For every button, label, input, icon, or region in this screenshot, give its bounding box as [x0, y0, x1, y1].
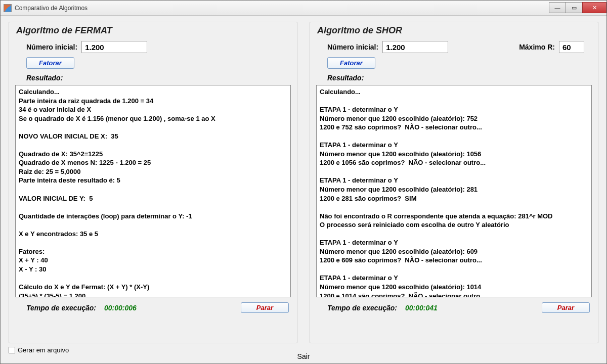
shor-numero-label: Número inicial: [327, 43, 378, 51]
shor-maxr-label: Máximo R: [519, 43, 555, 51]
fermat-panel: Algoritmo de FERMAT Número inicial: Fato… [9, 22, 297, 343]
fermat-numero-label: Número inicial: [26, 43, 77, 51]
maximize-button[interactable]: ▭ [566, 2, 583, 13]
app-icon [4, 4, 12, 12]
fermat-exec-label: Tempo de execução: [26, 304, 96, 312]
fermat-title: Algoritmo de FERMAT [16, 25, 291, 36]
shor-exec-time: 00:00:041 [405, 304, 438, 312]
fermat-parar-button[interactable]: Parar [241, 302, 289, 313]
shor-title: Algoritmo de SHOR [317, 25, 592, 36]
fermat-output[interactable]: Calculando... Parte inteira da raiz quad… [15, 85, 291, 297]
gerar-arquivo-label: Gerar em arquivo [18, 346, 69, 354]
fermat-fatorar-button[interactable]: Fatorar [26, 57, 74, 69]
shor-maxr-input[interactable] [559, 41, 584, 53]
shor-numero-input[interactable] [382, 41, 448, 53]
shor-resultado-label: Resultado: [327, 74, 592, 82]
window-title: Comparativo de Algoritmos [15, 5, 549, 12]
sair-button[interactable]: Sair [297, 352, 310, 360]
shor-panel: Algoritmo de SHOR Número inicial: Máximo… [310, 22, 598, 343]
shor-parar-button[interactable]: Parar [542, 302, 590, 313]
app-window: Comparativo de Algoritmos — ▭ ✕ Algoritm… [0, 0, 607, 364]
window-controls: — ▭ ✕ [549, 3, 606, 13]
minimize-button[interactable]: — [549, 2, 566, 13]
fermat-numero-input[interactable] [81, 41, 147, 53]
shor-output[interactable]: Calculando... ETAPA 1 - determinar o Y N… [316, 85, 592, 297]
fermat-exec-time: 00:00:006 [104, 304, 137, 312]
fermat-resultado-label: Resultado: [26, 74, 291, 82]
close-button[interactable]: ✕ [582, 2, 606, 13]
shor-fatorar-button[interactable]: Fatorar [327, 57, 375, 69]
shor-exec-label: Tempo de execução: [327, 304, 397, 312]
gerar-arquivo-checkbox[interactable] [9, 347, 15, 353]
client-area: Algoritmo de FERMAT Número inicial: Fato… [1, 16, 606, 363]
titlebar[interactable]: Comparativo de Algoritmos — ▭ ✕ [1, 1, 606, 16]
